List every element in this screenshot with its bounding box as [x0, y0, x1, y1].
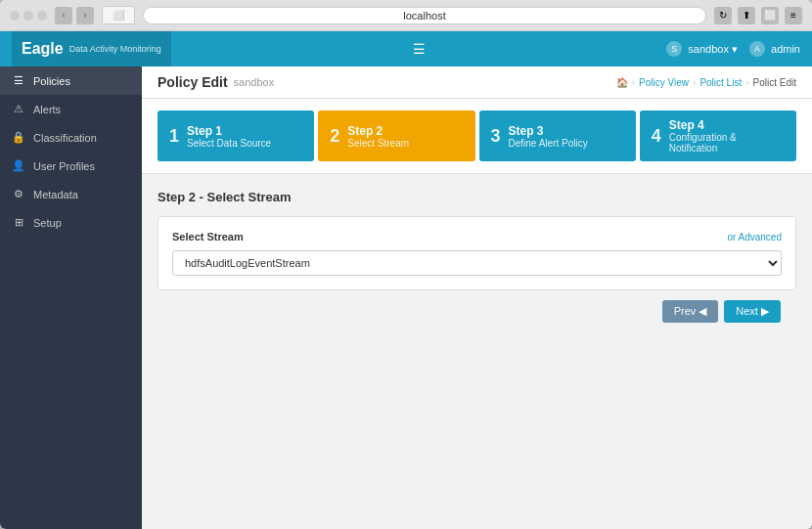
sandbox-selector[interactable]: S sandbox ▾ [666, 41, 738, 57]
brand-name: Eagle [22, 40, 64, 58]
user-profiles-icon: 👤 [12, 159, 25, 172]
prev-button[interactable]: Prev ◀ [662, 300, 719, 323]
browser-nav: ‹ › [55, 7, 94, 24]
share-button[interactable]: ⬆ [738, 7, 755, 24]
user-menu[interactable]: A admin [749, 41, 800, 57]
policies-icon: ☰ [12, 74, 25, 87]
step-2-label: Step 2 [347, 124, 409, 138]
sidebar-item-policies[interactable]: ☰ Policies [0, 66, 142, 95]
app-container: Eagle Data Activity Monitoring ☰ S sandb… [0, 31, 812, 529]
next-button[interactable]: Next ▶ [724, 300, 781, 323]
sidebar-item-alerts[interactable]: ⚠ Alerts [0, 95, 142, 123]
steps-bar: 1 Step 1 Select Data Source 2 Step 2 Sel… [142, 99, 812, 174]
admin-label: admin [771, 43, 800, 55]
step-4[interactable]: 4 Step 4 Configuration & Notification [640, 110, 796, 161]
top-bar-left: ☰ [409, 41, 429, 57]
sidebar-label-classification: Classification [33, 132, 97, 144]
browser-window: ‹ › ⬜ localhost ↻ ⬆ ⬜ ≡ Eagle Data Activ… [0, 0, 812, 529]
tab-bar: ⬜ [102, 6, 135, 24]
maximize-button[interactable] [37, 11, 47, 21]
select-stream-label: Select Stream [172, 231, 244, 242]
app-brand: Eagle Data Activity Monitoring [12, 31, 171, 66]
form-panel: Select Stream or Advanced hdfsAuditLogEv… [158, 216, 796, 290]
advanced-link[interactable]: or Advanced [727, 232, 782, 242]
top-bar-right: S sandbox ▾ A admin [666, 41, 800, 57]
content-area: Policy Edit sandbox 🏠 › Policy View › Po… [142, 66, 812, 529]
step-2-number: 2 [330, 126, 339, 147]
step-1-number: 1 [169, 126, 179, 147]
form-area: Step 2 - Select Stream Select Stream or … [142, 174, 812, 348]
sandbox-label: sandbox ▾ [688, 43, 738, 56]
step-1-info: Step 1 Select Data Source [187, 124, 271, 149]
step-1[interactable]: 1 Step 1 Select Data Source [158, 110, 314, 161]
step-3-sublabel: Define Alert Policy [509, 138, 588, 149]
breadcrumb-home-icon[interactable]: 🏠 [616, 77, 628, 88]
page-title-area: Policy Edit sandbox [158, 74, 274, 90]
sidebar-item-setup[interactable]: ⊞ Setup [0, 208, 142, 237]
step-4-info: Step 4 Configuration & Notification [669, 118, 785, 154]
step-4-label: Step 4 [669, 118, 785, 132]
address-bar[interactable]: localhost [143, 7, 706, 24]
browser-action-buttons: ↻ ⬆ ⬜ ≡ [714, 7, 802, 24]
classification-icon: 🔒 [12, 131, 25, 144]
tab-icon: ⬜ [113, 10, 124, 21]
breadcrumb-policy-view[interactable]: Policy View [639, 77, 689, 88]
sidebar-label-setup: Setup [33, 217, 62, 229]
main-area: ☰ Policies ⚠ Alerts 🔒 Classification 👤 U… [0, 66, 812, 529]
browser-tab[interactable]: ⬜ [102, 6, 135, 24]
alerts-icon: ⚠ [12, 103, 25, 115]
step-3-info: Step 3 Define Alert Policy [509, 124, 588, 149]
setup-icon: ⊞ [12, 216, 25, 229]
sidebar-label-metadata: Metadata [33, 189, 78, 200]
action-bar: Prev ◀ Next ▶ [158, 290, 796, 332]
forward-button[interactable]: › [76, 7, 94, 24]
breadcrumb-policy-edit: Polict Edit [753, 77, 796, 88]
browser-window-controls [10, 11, 47, 21]
step-3[interactable]: 3 Step 3 Define Alert Policy [479, 110, 636, 161]
close-button[interactable] [10, 11, 20, 21]
step-2[interactable]: 2 Step 2 Select Stream [318, 110, 474, 161]
sidebar-item-classification[interactable]: 🔒 Classification [0, 123, 142, 152]
user-icon: A [749, 41, 765, 57]
sidebar: ☰ Policies ⚠ Alerts 🔒 Classification 👤 U… [0, 66, 142, 529]
page-title: Policy Edit [158, 74, 228, 90]
sidebar-label-user-profiles: User Profiles [33, 160, 95, 172]
brand-subtitle: Data Activity Monitoring [69, 44, 161, 54]
new-tab-button[interactable]: ⬜ [761, 7, 779, 24]
step-4-sublabel: Configuration & Notification [669, 132, 785, 154]
sidebar-item-metadata[interactable]: ⚙ Metadata [0, 180, 142, 208]
step-1-label: Step 1 [187, 124, 271, 138]
sidebar-label-alerts: Alerts [33, 104, 61, 115]
stream-select[interactable]: hdfsAuditLogEventStream [172, 250, 782, 276]
step-3-number: 3 [491, 126, 501, 147]
page-badge: sandbox [234, 76, 275, 88]
step-3-label: Step 3 [509, 124, 588, 138]
step-1-sublabel: Select Data Source [187, 138, 271, 149]
metadata-icon: ⚙ [12, 188, 25, 200]
form-row-stream: Select Stream or Advanced [172, 231, 782, 242]
breadcrumb: 🏠 › Policy View › Polict List › Polict E… [616, 77, 796, 88]
refresh-button[interactable]: ↻ [714, 7, 732, 24]
minimize-button[interactable] [23, 11, 33, 21]
back-button[interactable]: ‹ [55, 7, 72, 24]
sidebar-label-policies: Policies [33, 75, 70, 87]
breadcrumb-policy-list[interactable]: Polict List [699, 77, 742, 88]
step-4-number: 4 [652, 126, 661, 147]
hamburger-icon[interactable]: ☰ [409, 41, 429, 57]
top-bar: Eagle Data Activity Monitoring ☰ S sandb… [0, 31, 812, 66]
form-section-title: Step 2 - Select Stream [158, 190, 796, 204]
step-2-info: Step 2 Select Stream [347, 124, 409, 149]
step-2-sublabel: Select Stream [347, 138, 409, 149]
sandbox-icon: S [666, 41, 682, 57]
menu-button[interactable]: ≡ [785, 7, 802, 24]
sidebar-item-user-profiles[interactable]: 👤 User Profiles [0, 152, 142, 180]
browser-chrome: ‹ › ⬜ localhost ↻ ⬆ ⬜ ≡ [0, 0, 812, 31]
page-header: Policy Edit sandbox 🏠 › Policy View › Po… [142, 66, 812, 99]
